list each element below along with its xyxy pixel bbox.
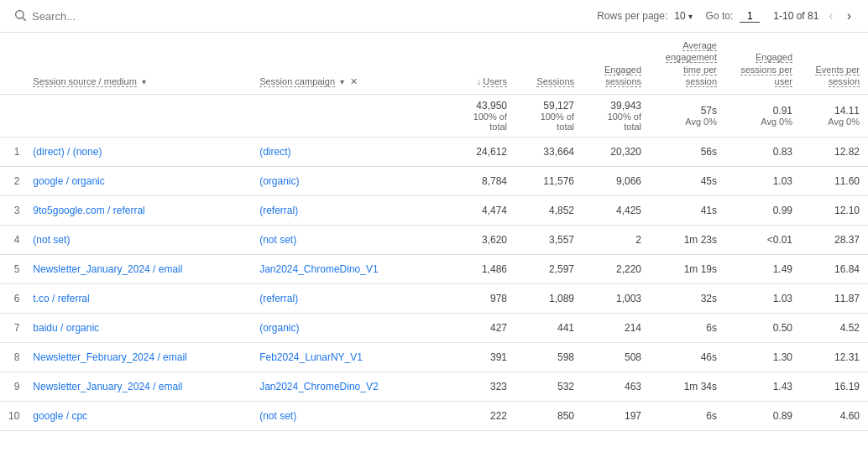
engaged-per-user-cell: 1.30 <box>725 343 801 372</box>
remove-campaign-filter[interactable]: ✕ <box>350 76 358 86</box>
users-cell: 24,612 <box>452 138 515 167</box>
users-sort-icon: ↓ <box>477 77 481 86</box>
events-per-session-cell: 11.87 <box>801 284 868 314</box>
sessions-cell: 598 <box>515 343 583 372</box>
campaign-cell[interactable]: Jan2024_ChromeDino_V1 <box>251 255 452 284</box>
totals-row: 43,950 100% of total 59,127 100% of tota… <box>0 95 868 138</box>
campaign-cell[interactable]: (direct) <box>251 138 452 167</box>
prev-page-button[interactable]: ‹ <box>825 7 836 25</box>
sessions-cell: 3,557 <box>515 226 583 255</box>
source-medium-cell[interactable]: (not set) <box>24 226 251 255</box>
table-row: 6 t.co / referral (referral) 978 1,089 1… <box>0 284 868 314</box>
campaign-cell[interactable]: (organic) <box>251 314 452 343</box>
engaged-per-user-cell: 0.50 <box>725 314 801 343</box>
events-per-session-header[interactable]: Events per session <box>801 33 868 95</box>
source-medium-cell[interactable]: 9to5google.com / referral <box>24 196 251 226</box>
source-medium-cell[interactable]: t.co / referral <box>24 284 251 314</box>
search-icon <box>13 8 27 24</box>
engaged-per-user-cell: 1.49 <box>725 255 801 284</box>
campaign-header[interactable]: Session campaign ▾ ✕ <box>251 33 452 95</box>
engaged-per-user-cell: 1.03 <box>725 284 801 314</box>
engaged-sessions-cell: 214 <box>583 314 650 343</box>
campaign-cell[interactable]: (referral) <box>251 196 452 226</box>
users-cell: 8,784 <box>452 167 515 196</box>
source-medium-cell[interactable]: google / cpc <box>24 402 251 431</box>
rows-value: 10 <box>674 10 685 22</box>
goto-label: Go to: <box>706 10 734 22</box>
data-table-body: 1 (direct) / (none) (direct) 24,612 33,6… <box>0 138 868 431</box>
row-number: 10 <box>0 402 24 431</box>
avg-engagement-cell: 45s <box>650 167 725 196</box>
users-cell: 427 <box>452 314 515 343</box>
sessions-cell: 2,597 <box>515 255 583 284</box>
engaged-sessions-cell: 2,220 <box>583 255 650 284</box>
rows-per-page-select[interactable]: 10 ▾ <box>674 10 692 22</box>
next-page-button[interactable]: › <box>844 7 855 25</box>
avg-engagement-cell: 46s <box>650 343 725 372</box>
avg-engagement-cell: 1m 23s <box>650 226 725 255</box>
table-row: 2 google / organic (organic) 8,784 11,57… <box>0 167 868 196</box>
events-per-session-cell: 11.60 <box>801 167 868 196</box>
engaged-sessions-header[interactable]: Engaged sessions <box>583 33 650 95</box>
engaged-per-user-cell: 0.99 <box>725 196 801 226</box>
source-medium-cell[interactable]: google / organic <box>24 167 251 196</box>
source-medium-cell[interactable]: Newsletter_January_2024 / email <box>24 372 251 402</box>
events-per-session-cell: 4.52 <box>801 314 868 343</box>
sessions-cell: 33,664 <box>515 138 583 167</box>
users-cell: 222 <box>452 402 515 431</box>
row-number: 2 <box>0 167 24 196</box>
search-input[interactable] <box>32 10 200 23</box>
avg-engagement-cell: 41s <box>650 196 725 226</box>
events-per-session-cell: 12.10 <box>801 196 868 226</box>
source-medium-cell[interactable]: Newsletter_January_2024 / email <box>24 255 251 284</box>
users-cell: 3,620 <box>452 226 515 255</box>
engaged-per-user-cell: <0.01 <box>725 226 801 255</box>
users-cell: 978 <box>452 284 515 314</box>
svg-line-1 <box>23 18 26 21</box>
rows-dropdown-icon: ▾ <box>688 12 693 21</box>
campaign-cell[interactable]: (organic) <box>251 167 452 196</box>
engaged-sessions-cell: 197 <box>583 402 650 431</box>
campaign-cell[interactable]: Feb2024_LunarNY_V1 <box>251 343 452 372</box>
campaign-cell[interactable]: (not set) <box>251 402 452 431</box>
sessions-cell: 441 <box>515 314 583 343</box>
users-cell: 391 <box>452 343 515 372</box>
campaign-filter-icon[interactable]: ▾ <box>340 77 344 86</box>
events-per-session-cell: 16.19 <box>801 372 868 402</box>
svg-point-0 <box>16 10 24 18</box>
events-per-session-cell: 16.84 <box>801 255 868 284</box>
engaged-sessions-cell: 463 <box>583 372 650 402</box>
avg-engagement-cell: 6s <box>650 314 725 343</box>
row-number: 1 <box>0 138 24 167</box>
avg-engagement-header[interactable]: Average engagement time per session <box>650 33 725 95</box>
avg-engagement-cell: 1m 19s <box>650 255 725 284</box>
row-number: 8 <box>0 343 24 372</box>
users-header[interactable]: ↓Users <box>452 33 515 95</box>
engaged-per-user-cell: 1.43 <box>725 372 801 402</box>
engaged-sessions-cell: 4,425 <box>583 196 650 226</box>
events-per-session-cell: 28.37 <box>801 226 868 255</box>
table-row: 1 (direct) / (none) (direct) 24,612 33,6… <box>0 138 868 167</box>
events-per-session-cell: 4.60 <box>801 402 868 431</box>
avg-engagement-cell: 6s <box>650 402 725 431</box>
engaged-per-user-header[interactable]: Engaged sessions per user <box>725 33 801 95</box>
goto-input[interactable] <box>740 10 760 23</box>
campaign-cell[interactable]: (not set) <box>251 226 452 255</box>
row-number: 5 <box>0 255 24 284</box>
table-row: 4 (not set) (not set) 3,620 3,557 2 1m 2… <box>0 226 868 255</box>
sessions-cell: 1,089 <box>515 284 583 314</box>
source-medium-cell[interactable]: Newsletter_February_2024 / email <box>24 343 251 372</box>
source-medium-cell[interactable]: (direct) / (none) <box>24 138 251 167</box>
total-engaged-sessions: 39,943 100% of total <box>583 95 650 138</box>
campaign-cell[interactable]: (referral) <box>251 284 452 314</box>
source-medium-cell[interactable]: baidu / organic <box>24 314 251 343</box>
row-number: 7 <box>0 314 24 343</box>
rows-per-page-label: Rows per page: <box>597 10 667 22</box>
page-range: 1-10 of 81 <box>773 10 818 22</box>
events-per-session-cell: 12.31 <box>801 343 868 372</box>
total-avg-engagement: 57s Avg 0% <box>650 95 725 138</box>
campaign-cell[interactable]: Jan2024_ChromeDino_V2 <box>251 372 452 402</box>
sessions-header[interactable]: Sessions <box>515 33 583 95</box>
source-medium-filter-icon[interactable]: ▾ <box>142 77 146 86</box>
source-medium-header[interactable]: Session source / medium ▾ <box>24 33 251 95</box>
